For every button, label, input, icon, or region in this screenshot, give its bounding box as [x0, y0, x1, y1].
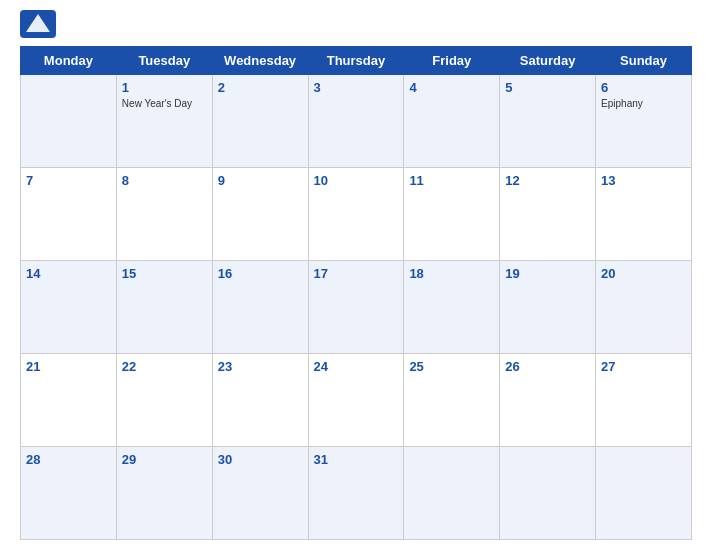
day-number: 22	[122, 359, 136, 374]
week-row-1: 1New Year's Day23456Epiphany	[21, 75, 692, 168]
day-number: 11	[409, 173, 423, 188]
day-number: 16	[218, 266, 232, 281]
calendar-cell: 25	[404, 354, 500, 447]
weekday-header-friday: Friday	[404, 47, 500, 75]
calendar-cell: 28	[21, 447, 117, 540]
day-number: 8	[122, 173, 129, 188]
calendar-cell: 26	[500, 354, 596, 447]
generalblue-logo-icon	[20, 10, 56, 38]
week-row-3: 14151617181920	[21, 261, 692, 354]
calendar-cell: 13	[596, 168, 692, 261]
calendar-cell	[404, 447, 500, 540]
calendar-cell: 3	[308, 75, 404, 168]
calendar-header	[20, 10, 692, 38]
day-number: 4	[409, 80, 416, 95]
week-row-5: 28293031	[21, 447, 692, 540]
calendar-cell: 14	[21, 261, 117, 354]
day-number: 14	[26, 266, 40, 281]
calendar-cell: 23	[212, 354, 308, 447]
weekday-header-tuesday: Tuesday	[116, 47, 212, 75]
calendar-cell: 16	[212, 261, 308, 354]
weekday-header-row: MondayTuesdayWednesdayThursdayFridaySatu…	[21, 47, 692, 75]
calendar-cell: 22	[116, 354, 212, 447]
day-number: 6	[601, 80, 608, 95]
day-number: 19	[505, 266, 519, 281]
day-number: 7	[26, 173, 33, 188]
weekday-header-wednesday: Wednesday	[212, 47, 308, 75]
day-number: 5	[505, 80, 512, 95]
logo	[20, 10, 60, 38]
day-number: 31	[314, 452, 328, 467]
day-number: 28	[26, 452, 40, 467]
calendar-cell: 1New Year's Day	[116, 75, 212, 168]
week-row-4: 21222324252627	[21, 354, 692, 447]
day-number: 27	[601, 359, 615, 374]
calendar-cell: 17	[308, 261, 404, 354]
calendar-cell: 15	[116, 261, 212, 354]
day-number: 10	[314, 173, 328, 188]
week-row-2: 78910111213	[21, 168, 692, 261]
holiday-label: New Year's Day	[122, 98, 207, 109]
calendar-table: MondayTuesdayWednesdayThursdayFridaySatu…	[20, 46, 692, 540]
day-number: 25	[409, 359, 423, 374]
day-number: 13	[601, 173, 615, 188]
calendar-cell: 27	[596, 354, 692, 447]
day-number: 15	[122, 266, 136, 281]
holiday-label: Epiphany	[601, 98, 686, 109]
calendar-cell: 2	[212, 75, 308, 168]
day-number: 29	[122, 452, 136, 467]
day-number: 3	[314, 80, 321, 95]
day-number: 30	[218, 452, 232, 467]
day-number: 9	[218, 173, 225, 188]
day-number: 21	[26, 359, 40, 374]
day-number: 17	[314, 266, 328, 281]
calendar-cell: 20	[596, 261, 692, 354]
calendar-cell: 7	[21, 168, 117, 261]
calendar-cell: 9	[212, 168, 308, 261]
calendar-cell: 12	[500, 168, 596, 261]
day-number: 20	[601, 266, 615, 281]
weekday-header-sunday: Sunday	[596, 47, 692, 75]
calendar-cell: 31	[308, 447, 404, 540]
calendar-cell: 8	[116, 168, 212, 261]
day-number: 18	[409, 266, 423, 281]
calendar-cell: 5	[500, 75, 596, 168]
calendar-cell: 24	[308, 354, 404, 447]
calendar-cell: 18	[404, 261, 500, 354]
day-number: 23	[218, 359, 232, 374]
weekday-header-thursday: Thursday	[308, 47, 404, 75]
calendar-cell: 30	[212, 447, 308, 540]
calendar-cell: 29	[116, 447, 212, 540]
calendar-cell: 19	[500, 261, 596, 354]
calendar-cell: 6Epiphany	[596, 75, 692, 168]
day-number: 24	[314, 359, 328, 374]
weekday-header-monday: Monday	[21, 47, 117, 75]
day-number: 12	[505, 173, 519, 188]
calendar-cell	[21, 75, 117, 168]
calendar-cell	[500, 447, 596, 540]
day-number: 26	[505, 359, 519, 374]
calendar-cell	[596, 447, 692, 540]
calendar-cell: 21	[21, 354, 117, 447]
calendar-cell: 4	[404, 75, 500, 168]
weekday-header-saturday: Saturday	[500, 47, 596, 75]
day-number: 2	[218, 80, 225, 95]
day-number: 1	[122, 80, 129, 95]
calendar-cell: 10	[308, 168, 404, 261]
calendar-cell: 11	[404, 168, 500, 261]
